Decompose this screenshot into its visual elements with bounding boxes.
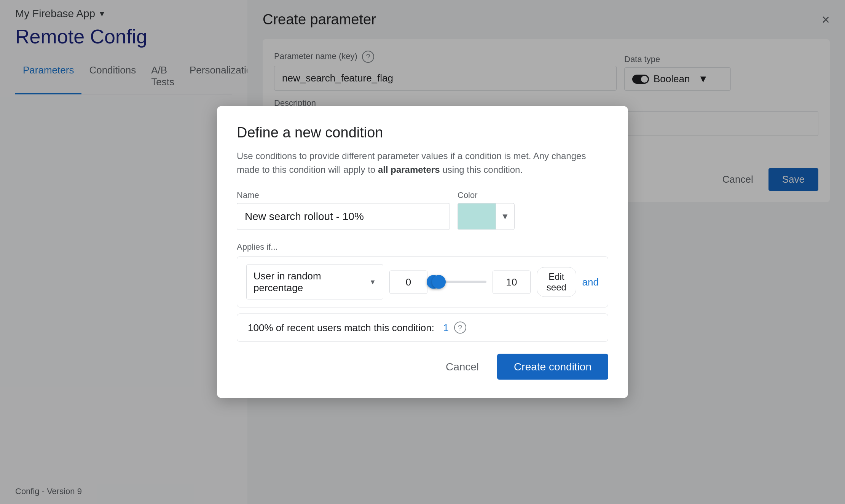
cancel-condition-button[interactable]: Cancel xyxy=(437,356,488,378)
slider-thumb-right[interactable] xyxy=(432,275,446,289)
range-min-input[interactable] xyxy=(389,270,427,293)
condition-row: User in random percentage ▼ Edit seed an… xyxy=(237,257,608,308)
color-label: Color xyxy=(458,190,515,200)
color-picker[interactable]: ▼ xyxy=(458,203,515,230)
define-condition-modal: Define a new condition Use conditions to… xyxy=(217,106,628,398)
applies-if-label: Applies if... xyxy=(237,242,608,252)
modal-title: Define a new condition xyxy=(237,124,608,141)
condition-name-group: Name xyxy=(237,190,450,230)
match-info-help-icon[interactable]: ? xyxy=(454,322,466,334)
color-dropdown-button[interactable]: ▼ xyxy=(496,203,515,230)
slider-track xyxy=(434,281,486,283)
condition-name-label: Name xyxy=(237,190,450,200)
and-link[interactable]: and xyxy=(582,276,599,288)
match-info-box: 100% of recent users match this conditio… xyxy=(237,314,608,342)
edit-seed-button[interactable]: Edit seed xyxy=(537,267,576,297)
range-max-input[interactable] xyxy=(493,270,531,293)
condition-name-input[interactable] xyxy=(237,203,450,230)
slider-container[interactable] xyxy=(434,274,486,290)
modal-description: Use conditions to provide different para… xyxy=(237,149,608,177)
modal-actions: Cancel Create condition xyxy=(237,354,608,380)
match-info-text: 100% of recent users match this conditio… xyxy=(248,322,434,333)
condition-name-color-row: Name Color ▼ xyxy=(237,190,608,230)
create-condition-button[interactable]: Create condition xyxy=(497,354,608,380)
condition-type-select[interactable]: User in random percentage ▼ xyxy=(246,265,383,300)
color-group: Color ▼ xyxy=(458,190,515,230)
condition-type-arrow: ▼ xyxy=(369,278,376,286)
match-count-link[interactable]: 1 xyxy=(443,322,448,333)
color-swatch xyxy=(458,203,496,230)
condition-type-label: User in random percentage xyxy=(254,270,365,294)
